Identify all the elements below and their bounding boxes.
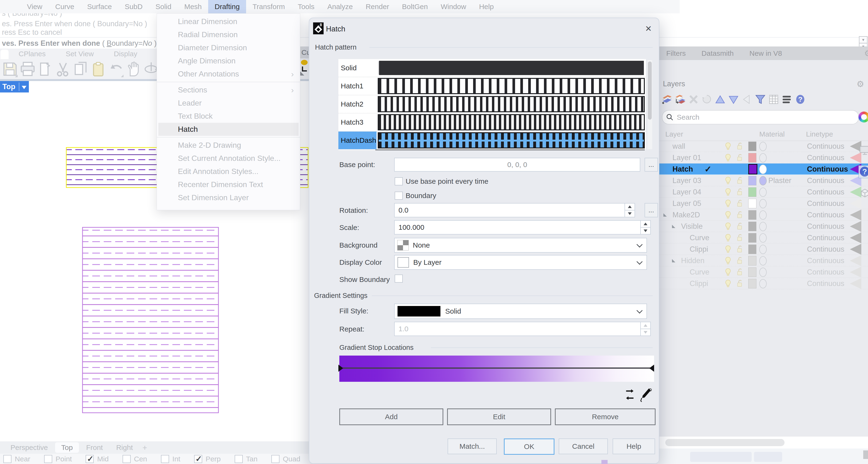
pattern-row-partial[interactable] (338, 150, 646, 150)
layer-row-layer-05[interactable]: Layer 05Continuous (659, 198, 868, 209)
layer-color-swatch[interactable] (748, 153, 756, 163)
menu-item-analyze[interactable]: Analyze (321, 0, 359, 13)
layer-visibility-bulb-icon[interactable] (725, 198, 731, 209)
layer-material-icon[interactable] (759, 188, 767, 197)
layer-lock-icon[interactable] (737, 232, 743, 243)
active-toolbar-tab-stub[interactable] (0, 49, 8, 59)
layer-row-hidden[interactable]: HiddenContinuous (659, 255, 868, 266)
display-color-select[interactable]: By Layer (394, 255, 647, 270)
layer-color-swatch[interactable] (748, 256, 756, 265)
menu-item-help[interactable]: Help (473, 0, 500, 13)
layer-color-swatch[interactable] (748, 244, 756, 254)
menu-icon[interactable] (782, 94, 793, 105)
save-icon[interactable] (2, 61, 18, 78)
layer-material-icon[interactable] (759, 176, 767, 186)
gradient-stop-end-marker[interactable] (649, 365, 654, 372)
osnap-checkbox-point[interactable] (44, 455, 52, 463)
filter-icon[interactable] (755, 94, 766, 105)
layers-horizontal-scrollbar[interactable] (659, 437, 868, 449)
pattern-list-scrollbar[interactable] (647, 60, 652, 149)
use-base-point-checkbox[interactable] (395, 177, 403, 186)
layer-linetype[interactable]: Continuous (807, 188, 844, 196)
layer-material-icon[interactable] (759, 222, 767, 231)
layer-linetype[interactable]: Continuous (807, 234, 844, 242)
layer-material-icon[interactable] (759, 199, 767, 208)
layer-linetype[interactable]: Continuous (807, 176, 844, 185)
layer-visibility-bulb-icon[interactable] (725, 266, 731, 278)
tab-filters[interactable]: Filters (666, 49, 686, 58)
help-button[interactable]: Help (613, 438, 655, 454)
layer-color-swatch[interactable] (748, 141, 756, 151)
menu-item-hatch[interactable]: Hatch (158, 123, 299, 136)
layer-visibility-bulb-icon[interactable] (725, 209, 731, 221)
pattern-row-solid[interactable]: Solid (338, 59, 646, 77)
toolbar-tab-display[interactable]: Display (104, 50, 147, 58)
menu-item-render[interactable]: Render (359, 0, 395, 13)
color-wheel-icon[interactable] (859, 111, 868, 123)
add-stop-button[interactable]: Add (339, 408, 443, 425)
osnap-checkbox-quad[interactable] (271, 455, 279, 463)
layer-color-swatch[interactable] (748, 233, 756, 242)
copy-icon[interactable] (72, 61, 89, 78)
layer-linetype[interactable]: Continuous (807, 245, 844, 254)
layer-material-icon[interactable] (759, 245, 767, 254)
pattern-row-hatch2[interactable]: Hatch2 (338, 95, 646, 113)
layer-material-icon[interactable] (759, 279, 767, 288)
layer-linetype[interactable]: Continuous (807, 268, 844, 276)
viewport-tab-perspective[interactable]: Perspective (4, 442, 54, 453)
layer-lock-icon[interactable] (737, 198, 743, 209)
layer-color-swatch[interactable] (748, 164, 757, 174)
layer-lock-icon[interactable] (737, 255, 743, 266)
layer-color-swatch[interactable] (748, 222, 756, 231)
osnap-checkbox-cen[interactable] (123, 455, 131, 463)
undo-icon[interactable] (108, 61, 124, 78)
layer-color-swatch[interactable] (748, 176, 756, 186)
layer-material-icon[interactable] (759, 153, 767, 163)
boundary-checkbox[interactable] (395, 192, 403, 200)
layer-row-layer-03[interactable]: Layer 03PlasterContinuous (659, 175, 868, 186)
layer-search-box[interactable] (662, 110, 859, 124)
layer-visibility-bulb-icon[interactable] (725, 141, 731, 152)
match-button[interactable]: Match... (447, 438, 497, 454)
layer-lock-icon[interactable] (737, 209, 743, 221)
new-viewport-icon[interactable]: + (140, 443, 150, 452)
layer-linetype[interactable]: Continuous (807, 279, 844, 288)
layer-color-swatch[interactable] (748, 187, 756, 197)
hatch-object[interactable] (82, 227, 219, 413)
hatch-pattern-list[interactable]: SolidHatch1Hatch2Hatch3HatchDash (338, 59, 646, 150)
layer-lock-icon[interactable] (737, 221, 743, 232)
osnap-checkbox-near[interactable] (3, 455, 11, 463)
table-icon[interactable] (768, 94, 779, 105)
layer-visibility-bulb-icon[interactable] (725, 152, 731, 164)
menu-item-solid[interactable]: Solid (149, 0, 178, 13)
layer-material-icon[interactable] (759, 210, 767, 220)
layer-color-swatch[interactable] (748, 279, 756, 288)
layer-lock-icon[interactable] (737, 266, 743, 278)
layer-linetype[interactable]: Continuous (807, 154, 844, 162)
layer-material-icon[interactable] (759, 142, 767, 151)
menu-item-tools[interactable]: Tools (291, 0, 321, 13)
print-icon[interactable] (20, 61, 36, 78)
menu-item-mesh[interactable]: Mesh (178, 0, 208, 13)
rotation-browse-button[interactable]: ... (645, 203, 658, 217)
layer-linetype[interactable]: Continuous (807, 222, 844, 231)
toolbar-tab-cplanes[interactable]: CPlanes (8, 50, 56, 58)
export-icon[interactable] (37, 61, 54, 78)
eyedropper-icon[interactable] (638, 388, 652, 403)
move-up-icon[interactable] (715, 94, 726, 105)
cancel-button[interactable]: Cancel (559, 438, 608, 454)
remove-stop-button[interactable]: Remove (555, 408, 655, 425)
column-layer[interactable]: Layer (665, 130, 683, 138)
menu-item-boltgen[interactable]: BoltGen (396, 0, 434, 13)
new-sublayer-icon[interactable] (675, 94, 686, 105)
base-point-input[interactable]: 0, 0, 0 (394, 158, 640, 172)
layer-lock-icon[interactable] (737, 278, 743, 289)
tab-new-in-v8[interactable]: New in V8 (749, 49, 782, 58)
layer-color-swatch[interactable] (748, 267, 756, 277)
layer-color-swatch[interactable] (748, 199, 756, 208)
expand-arrow-icon[interactable] (672, 225, 675, 228)
scale-input[interactable]: 100.000 (394, 220, 651, 234)
search-input[interactable] (676, 113, 830, 122)
layer-visibility-bulb-icon[interactable] (725, 278, 731, 289)
layer-material-icon[interactable] (759, 233, 767, 242)
